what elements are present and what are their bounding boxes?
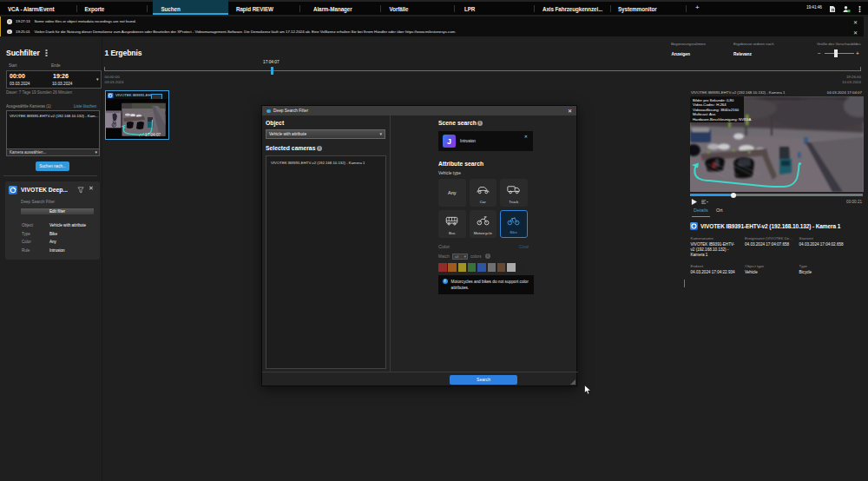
svg-text:Hardware-Beschleunigung: NVIDI: Hardware-Beschleunigung: NVIDIA — [693, 117, 751, 122]
svg-text:Video-Codec: H.264: Video-Codec: H.264 — [693, 102, 727, 107]
svg-text:Videoauflösung: 3840x2160: Videoauflösung: 3840x2160 — [693, 108, 740, 112]
svg-text:J: J — [447, 137, 451, 146]
svg-text:Multicast: Aus: Multicast: Aus — [693, 112, 716, 116]
svg-text:Bilder pro Sekunde: 0,80: Bilder pro Sekunde: 0,80 — [693, 98, 734, 102]
